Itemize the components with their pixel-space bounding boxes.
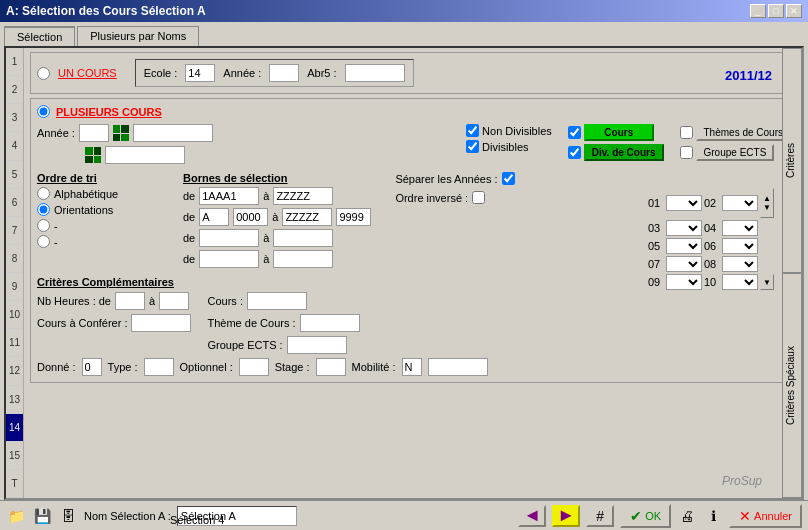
maximize-button[interactable]: □ (768, 4, 784, 18)
num-select-02[interactable] (722, 195, 758, 211)
sort-option3-row: - (37, 219, 167, 232)
divisibles-row: Divisibles (466, 140, 552, 153)
ecole-label: Ecole : (144, 67, 178, 79)
stage-input[interactable] (316, 358, 346, 376)
bornes-to4[interactable] (273, 250, 333, 268)
ecole-input[interactable] (185, 64, 215, 82)
abr5-input[interactable] (345, 64, 405, 82)
tab-selection[interactable]: Sélection (4, 26, 75, 46)
type-input[interactable] (144, 358, 174, 376)
bornes-from2a[interactable] (199, 208, 229, 226)
radio-un-cours[interactable] (37, 67, 50, 80)
grid-icon-2[interactable] (85, 147, 101, 163)
db-icon[interactable]: 🗄 (58, 506, 78, 526)
separer-checkbox[interactable] (502, 172, 515, 185)
criteres-right: Cours : Thème de Cours : Groupe ECTS : (207, 292, 359, 354)
arrow-right-button[interactable]: ► (552, 505, 580, 527)
criteres-speciaux-tab[interactable]: Critères Spéciaux (782, 273, 802, 498)
theme-label: Thème de Cours : (207, 317, 295, 329)
themes-check-row: Thèmes de Cours (680, 124, 791, 141)
non-divisibles-row: Non Divisibles (466, 124, 552, 137)
cours-button[interactable]: Cours (584, 124, 654, 141)
themes-button[interactable]: Thèmes de Cours (696, 124, 791, 141)
grid-icon-1[interactable] (113, 125, 129, 141)
annee-plusieurs-input[interactable] (79, 124, 109, 142)
bornes-de1: de (183, 190, 195, 202)
groupe-checkbox[interactable] (680, 146, 693, 159)
right-tabs: Critères Critères Spéciaux (782, 48, 802, 498)
radio-plusieurs-cours[interactable] (37, 105, 50, 118)
theme-input[interactable] (300, 314, 360, 332)
annee-several-text2[interactable] (105, 146, 185, 164)
divisibles-checkbox[interactable] (466, 140, 479, 153)
save-icon[interactable]: 💾 (32, 506, 52, 526)
div-cours-button[interactable]: Div. de Cours (584, 144, 664, 161)
num-select-08[interactable] (722, 256, 758, 272)
num-select-01[interactable] (666, 195, 702, 211)
mobilite-input[interactable] (402, 358, 422, 376)
num-select-04[interactable] (722, 220, 758, 236)
alphabetique-row: Alphabétique (37, 187, 167, 200)
bornes-to3[interactable] (273, 229, 333, 247)
cours-checkbox[interactable] (568, 126, 581, 139)
main-content: 1 2 3 4 5 6 7 8 9 10 11 12 13 14 15 T UN… (4, 46, 804, 500)
theme-row: Thème de Cours : (207, 314, 359, 332)
bornes-to2a[interactable] (282, 208, 332, 226)
groupe-button[interactable]: Groupe ECTS (696, 144, 775, 161)
un-cours-section: UN COURS Ecole : Année : Abr5 : (30, 52, 798, 94)
num-row-4: 07 08 (648, 256, 774, 272)
radio-option4[interactable] (37, 235, 50, 248)
tab-plusieurs-par-noms[interactable]: Plusieurs par Noms (77, 26, 199, 46)
annee-input[interactable] (269, 64, 299, 82)
bornes-section: Bornes de sélection de à de à (183, 172, 371, 268)
arrow-left-button[interactable]: ◄ (518, 505, 546, 527)
un-cours-link[interactable]: UN COURS (58, 67, 117, 79)
plusieurs-cours-link[interactable]: PLUSIEURS COURS (56, 106, 162, 118)
groupe-ects-input[interactable] (287, 336, 347, 354)
cancel-button[interactable]: ✕ Annuler (729, 504, 802, 528)
num-select-09[interactable] (666, 274, 702, 290)
bornes-from4[interactable] (199, 250, 259, 268)
div-cours-checkbox[interactable] (568, 146, 581, 159)
ordre-inverse-checkbox[interactable] (472, 191, 485, 204)
donne-input[interactable] (82, 358, 102, 376)
num-select-10[interactable] (722, 274, 758, 290)
info-icon[interactable]: ℹ (703, 506, 723, 526)
annee-plusieurs-label: Année : (37, 127, 75, 139)
minimize-button[interactable]: _ (750, 4, 766, 18)
criteres-tab[interactable]: Critères (782, 48, 802, 273)
cours-input[interactable] (247, 292, 307, 310)
annee-plusieurs-text[interactable] (133, 124, 213, 142)
bornes-from3[interactable] (199, 229, 259, 247)
radio-alphabetique[interactable] (37, 187, 50, 200)
scroll-right[interactable]: ▲▼ (760, 188, 774, 218)
nb-heures-from[interactable] (115, 292, 145, 310)
nb-heures-to[interactable] (159, 292, 189, 310)
close-button[interactable]: ✕ (786, 4, 802, 18)
themes-checkbox[interactable] (680, 126, 693, 139)
bornes-row3: de à (183, 229, 371, 247)
printer-icon[interactable]: 🖨 (677, 506, 697, 526)
cours-conferer-input[interactable] (131, 314, 191, 332)
radio-orientations[interactable] (37, 203, 50, 216)
scroll-down[interactable]: ▼ (760, 274, 774, 290)
nom-selection-label: Nom Sélection A : (84, 510, 171, 522)
bornes-row4: de à (183, 250, 371, 268)
optionnel-input[interactable] (239, 358, 269, 376)
bornes-to2b[interactable] (336, 208, 371, 226)
bornes-from2b[interactable] (233, 208, 268, 226)
row-2: 2 (6, 76, 23, 104)
bornes-to1[interactable] (273, 187, 333, 205)
mobilite-text[interactable] (428, 358, 488, 376)
bornes-de3: de (183, 232, 195, 244)
folder-icon[interactable]: 📁 (6, 506, 26, 526)
radio-option3[interactable] (37, 219, 50, 232)
num-select-07[interactable] (666, 256, 702, 272)
non-divisibles-checkbox[interactable] (466, 124, 479, 137)
num-select-03[interactable] (666, 220, 702, 236)
num-select-05[interactable] (666, 238, 702, 254)
bornes-from1[interactable] (199, 187, 259, 205)
hash-button[interactable]: # (586, 505, 614, 527)
ok-button[interactable]: ✔ OK (620, 504, 671, 528)
num-select-06[interactable] (722, 238, 758, 254)
